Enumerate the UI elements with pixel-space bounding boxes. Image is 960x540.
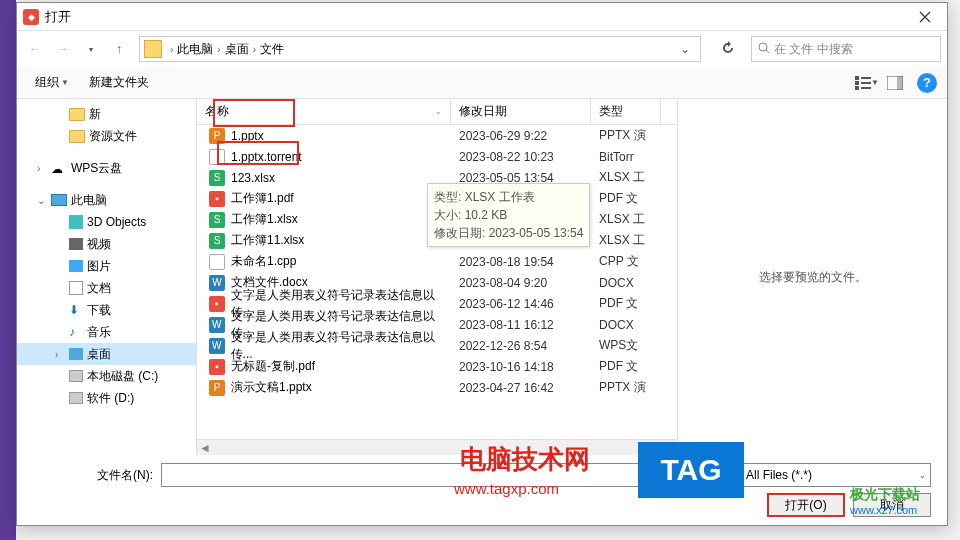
horizontal-scrollbar[interactable]: ◄ ► bbox=[197, 439, 677, 455]
file-name-label: 工作簿1.xlsx bbox=[231, 211, 298, 228]
file-tooltip: 类型: XLSX 工作表 大小: 10.2 KB 修改日期: 2023-05-0… bbox=[427, 183, 590, 247]
drive-icon bbox=[69, 392, 83, 404]
dialog-title: 打开 bbox=[45, 8, 909, 26]
up-button[interactable]: ↑ bbox=[107, 37, 131, 61]
sidebar-item[interactable]: ›桌面 bbox=[17, 343, 196, 365]
open-button[interactable]: 打开(O) bbox=[767, 493, 845, 517]
filename-input[interactable] bbox=[161, 463, 733, 487]
recent-dropdown[interactable]: ▾ bbox=[79, 37, 103, 61]
file-type-icon: P bbox=[209, 128, 225, 144]
header-date[interactable]: 修改日期 bbox=[451, 99, 591, 124]
breadcrumb-root[interactable]: 此电脑 bbox=[177, 41, 213, 58]
file-date: 2023-10-16 14:18 bbox=[451, 360, 591, 374]
cancel-button[interactable]: 取消 bbox=[853, 493, 931, 517]
sidebar-item[interactable]: 新 bbox=[17, 103, 196, 125]
preview-pane-button[interactable] bbox=[883, 71, 907, 95]
sidebar-item[interactable]: 图片 bbox=[17, 255, 196, 277]
search-input[interactable]: 在 文件 中搜索 bbox=[751, 36, 941, 62]
svg-rect-1 bbox=[855, 76, 859, 80]
file-type-icon bbox=[209, 149, 225, 165]
scroll-left-icon[interactable]: ◄ bbox=[197, 441, 213, 455]
folder-icon bbox=[69, 108, 85, 121]
refresh-button[interactable] bbox=[713, 41, 743, 58]
file-type-icon: S bbox=[209, 233, 225, 249]
sort-dropdown-icon: ⌄ bbox=[435, 107, 442, 116]
toolbar: 组织▼ 新建文件夹 ▼ ? bbox=[17, 67, 947, 99]
svg-rect-6 bbox=[861, 87, 871, 89]
breadcrumb-dropdown[interactable]: ⌄ bbox=[674, 42, 696, 56]
breadcrumb-p1[interactable]: 桌面 bbox=[225, 41, 249, 58]
forward-button[interactable]: → bbox=[51, 37, 75, 61]
sidebar-item[interactable]: ⬇下载 bbox=[17, 299, 196, 321]
file-type-icon: S bbox=[209, 170, 225, 186]
video-icon bbox=[69, 238, 83, 250]
file-filter-select[interactable]: All Files (*.*) ⌄ bbox=[741, 463, 931, 487]
organize-button[interactable]: 组织▼ bbox=[27, 71, 77, 94]
sidebar-item[interactable]: 本地磁盘 (C:) bbox=[17, 365, 196, 387]
app-icon: ◆ bbox=[23, 9, 39, 25]
pic-icon bbox=[69, 260, 83, 272]
preview-text: 选择要预览的文件。 bbox=[759, 269, 867, 286]
folder-icon bbox=[144, 40, 162, 58]
file-type-icon bbox=[209, 254, 225, 270]
file-type-icon: ▪ bbox=[209, 191, 225, 207]
file-row[interactable]: P演示文稿1.pptx2023-04-27 16:42PPTX 演 bbox=[197, 377, 677, 398]
sidebar-item-label: 3D Objects bbox=[87, 215, 146, 229]
tree-caret-icon: ⌄ bbox=[37, 195, 47, 206]
svg-rect-8 bbox=[897, 76, 903, 90]
file-type: WPS文 bbox=[591, 337, 661, 354]
file-type: PPTX 演 bbox=[591, 379, 661, 396]
sidebar-item[interactable]: ›☁WPS云盘 bbox=[17, 157, 196, 179]
refresh-icon bbox=[721, 41, 735, 55]
sidebar-item[interactable]: 3D Objects bbox=[17, 211, 196, 233]
list-view-icon bbox=[855, 76, 871, 90]
preview-pane: 选择要预览的文件。 bbox=[677, 99, 947, 455]
back-button[interactable]: ← bbox=[23, 37, 47, 61]
doc-icon bbox=[69, 281, 83, 295]
newfolder-button[interactable]: 新建文件夹 bbox=[81, 71, 157, 94]
chevron-right-icon: › bbox=[166, 44, 177, 55]
sidebar-item[interactable]: 软件 (D:) bbox=[17, 387, 196, 409]
file-name-label: 未命名1.cpp bbox=[231, 253, 296, 270]
file-type: XLSX 工 bbox=[591, 211, 661, 228]
file-name-label: 无标题-复制.pdf bbox=[231, 358, 315, 375]
file-row[interactable]: 未命名1.cpp2023-08-18 19:54CPP 文 bbox=[197, 251, 677, 272]
file-name-label: 123.xlsx bbox=[231, 171, 275, 185]
header-name[interactable]: 名称 ⌄ bbox=[197, 99, 451, 124]
file-row[interactable]: 1.pptx.torrent2023-08-22 10:23BitTorr bbox=[197, 146, 677, 167]
body-area: 新资源文件›☁WPS云盘⌄此电脑3D Objects视频图片文档⬇下载♪音乐›桌… bbox=[17, 99, 947, 455]
sidebar-item[interactable]: 资源文件 bbox=[17, 125, 196, 147]
file-type: PDF 文 bbox=[591, 295, 661, 312]
file-type: XLSX 工 bbox=[591, 169, 661, 186]
sidebar-item[interactable]: ⌄此电脑 bbox=[17, 189, 196, 211]
sidebar-item-label: 新 bbox=[89, 106, 101, 123]
sidebar-item[interactable]: ♪音乐 bbox=[17, 321, 196, 343]
breadcrumb[interactable]: › 此电脑 › 桌面 › 文件 ⌄ bbox=[139, 36, 701, 62]
file-date: 2023-08-04 9:20 bbox=[451, 276, 591, 290]
sidebar-item-label: 视频 bbox=[87, 236, 111, 253]
file-type: BitTorr bbox=[591, 150, 661, 164]
sidebar[interactable]: 新资源文件›☁WPS云盘⌄此电脑3D Objects视频图片文档⬇下载♪音乐›桌… bbox=[17, 99, 197, 455]
sidebar-item-label: 文档 bbox=[87, 280, 111, 297]
file-row[interactable]: ▪无标题-复制.pdf2023-10-16 14:18PDF 文 bbox=[197, 356, 677, 377]
sidebar-item[interactable]: 视频 bbox=[17, 233, 196, 255]
view-mode-button[interactable]: ▼ bbox=[855, 71, 879, 95]
scroll-right-icon[interactable]: ► bbox=[661, 441, 677, 455]
close-button[interactable] bbox=[909, 7, 941, 27]
sidebar-item-label: 资源文件 bbox=[89, 128, 137, 145]
file-type-icon: W bbox=[209, 338, 225, 354]
file-type: DOCX bbox=[591, 318, 661, 332]
file-date: 2022-12-26 8:54 bbox=[451, 339, 591, 353]
sidebar-item[interactable]: 文档 bbox=[17, 277, 196, 299]
file-date: 2023-08-18 19:54 bbox=[451, 255, 591, 269]
file-rows[interactable]: P1.pptx2023-06-29 9:22PPTX 演1.pptx.torre… bbox=[197, 125, 677, 439]
file-type: DOCX bbox=[591, 276, 661, 290]
file-row[interactable]: P1.pptx2023-06-29 9:22PPTX 演 bbox=[197, 125, 677, 146]
open-dialog: ◆ 打开 ← → ▾ ↑ › 此电脑 › 桌面 › 文件 ⌄ 在 文件 中搜索 bbox=[16, 2, 948, 526]
header-type[interactable]: 类型 bbox=[591, 99, 661, 124]
breadcrumb-p2[interactable]: 文件 bbox=[260, 41, 284, 58]
sidebar-item-label: 本地磁盘 (C:) bbox=[87, 368, 158, 385]
file-row[interactable]: W文字是人类用表义符号记录表达信息以传...2022-12-26 8:54WPS… bbox=[197, 335, 677, 356]
file-list-panel: 名称 ⌄ 修改日期 类型 P1.pptx2023-06-29 9:22PPTX … bbox=[197, 99, 677, 455]
help-button[interactable]: ? bbox=[917, 73, 937, 93]
